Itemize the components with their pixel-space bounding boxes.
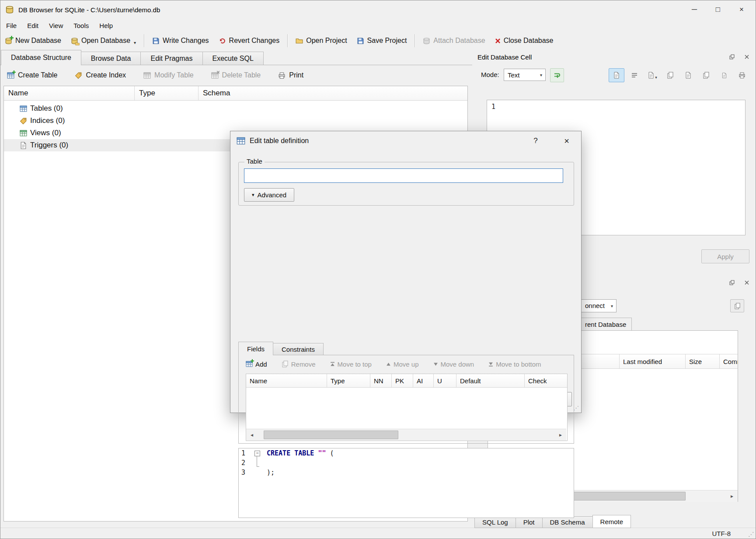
import-button[interactable] <box>680 68 696 82</box>
attach-database-label: Attach Database <box>433 37 485 45</box>
triggers-icon <box>20 142 27 149</box>
scroll-right-button[interactable]: ▸ <box>555 429 566 441</box>
tab-label: rent Database <box>585 321 626 328</box>
tree-header: Name Type Schema <box>4 86 467 101</box>
resize-grip-icon[interactable]: ⋰ <box>748 531 754 538</box>
column-label: NN <box>374 377 383 385</box>
mode-select[interactable]: Text ▾ <box>504 69 546 81</box>
column-header-size[interactable]: Size <box>686 354 720 368</box>
print-button[interactable]: Print <box>278 71 303 79</box>
tab-constraints[interactable]: Constraints <box>273 343 324 355</box>
tab-browse-data[interactable]: Browse Data <box>81 52 141 65</box>
tab-edit-pragmas[interactable]: Edit Pragmas <box>140 52 202 65</box>
menu-help[interactable]: Help <box>94 20 118 31</box>
column-header-check[interactable]: Check <box>525 374 567 387</box>
create-table-button[interactable]: Create Table <box>7 71 57 79</box>
fold-collapse-icon[interactable]: − <box>254 451 260 456</box>
toolbar-separator <box>144 34 144 47</box>
clipboard-menu-button[interactable]: ▾ <box>645 68 660 82</box>
remote-action-button[interactable] <box>730 299 744 312</box>
help-icon: ? <box>533 136 537 145</box>
close-database-button[interactable]: Close Database <box>490 33 558 48</box>
column-header-pk[interactable]: PK <box>392 374 413 387</box>
column-header-schema[interactable]: Schema <box>199 86 467 100</box>
set-null-button[interactable] <box>716 68 732 82</box>
tab-remote[interactable]: Remote <box>592 515 631 528</box>
advanced-button[interactable]: ▾ Advanced <box>244 188 294 202</box>
minimize-icon: ─ <box>692 5 697 14</box>
tab-database-structure[interactable]: Database Structure <box>1 50 81 65</box>
save-project-button[interactable]: Save Project <box>352 33 412 48</box>
dock-float-button[interactable] <box>727 278 737 287</box>
column-header-nn[interactable]: NN <box>370 374 392 387</box>
dock-close-button[interactable] <box>742 278 752 287</box>
dock-close-button[interactable] <box>742 52 752 61</box>
copy-button[interactable] <box>662 68 678 82</box>
open-project-button[interactable]: Open Project <box>291 33 352 48</box>
dialog-titlebar[interactable]: Edit table definition ? × <box>230 131 581 150</box>
remove-icon <box>282 360 289 368</box>
open-database-button[interactable]: Open Database ▾ <box>66 33 141 48</box>
export-button[interactable] <box>698 68 714 82</box>
column-header-type[interactable]: Type <box>135 86 199 100</box>
column-header-ai[interactable]: AI <box>413 374 434 387</box>
dialog-help-button[interactable]: ? <box>526 131 545 150</box>
encoding-indicator[interactable]: UTF-8 <box>712 530 731 537</box>
tree-row-indices[interactable]: Indices (0) <box>4 115 467 127</box>
column-label: Last modified <box>623 358 662 365</box>
remove-label: Remove <box>291 360 316 368</box>
scroll-right-button[interactable]: ▸ <box>726 490 738 502</box>
column-header-commit[interactable]: Comm <box>720 354 738 368</box>
maximize-button[interactable]: □ <box>706 0 730 19</box>
titlebar: DB Browser for SQLite - C:\Users\turne\d… <box>0 0 756 19</box>
add-field-button[interactable]: Add <box>246 360 267 368</box>
column-header-name[interactable]: Name <box>4 86 135 100</box>
tab-db-schema[interactable]: DB Schema <box>542 516 593 528</box>
list-view-button[interactable] <box>627 68 642 82</box>
move-to-bottom-button: Move to bottom <box>488 360 541 368</box>
table-name-input[interactable] <box>244 168 563 183</box>
dock-float-button[interactable] <box>727 52 737 61</box>
tab-label: Browse Data <box>91 55 131 63</box>
dialog-tabbar: Fields Constraints <box>238 342 323 355</box>
toolbar-separator <box>287 34 288 47</box>
dialog-close-button[interactable]: × <box>556 131 578 150</box>
scrollbar-thumb[interactable] <box>264 430 398 439</box>
menu-edit[interactable]: Edit <box>22 20 44 31</box>
column-header-default[interactable]: Default <box>456 374 525 387</box>
float-icon <box>729 280 735 285</box>
column-header-name[interactable]: Name <box>246 374 327 387</box>
column-header-last-modified[interactable]: Last modified <box>620 354 686 368</box>
revert-changes-button[interactable]: Revert Changes <box>214 33 285 48</box>
menu-file[interactable]: File <box>1 20 22 31</box>
move-to-bottom-icon <box>488 362 493 367</box>
write-changes-button[interactable]: Write Changes <box>147 33 214 48</box>
print-cell-button[interactable] <box>734 68 750 82</box>
remote-action-icon <box>734 303 741 309</box>
open-database-dropdown-icon[interactable]: ▾ <box>134 40 136 45</box>
fields-grid: Name Type NN PK AI U Default Check ◂ ▸ <box>246 374 568 441</box>
auto-mode-button[interactable] <box>550 68 564 82</box>
column-header-u[interactable]: U <box>434 374 456 387</box>
menu-tools[interactable]: Tools <box>68 20 94 31</box>
menu-view[interactable]: View <box>44 20 68 31</box>
minimize-button[interactable]: ─ <box>683 0 706 19</box>
scroll-left-button[interactable]: ◂ <box>246 429 258 441</box>
close-button[interactable]: × <box>730 0 753 19</box>
fields-horizontal-scrollbar[interactable]: ◂ ▸ <box>246 429 566 441</box>
mode-select-caret-icon: ▾ <box>540 73 542 77</box>
tab-plot[interactable]: Plot <box>516 516 543 528</box>
tree-row-tables[interactable]: Tables (0) <box>4 102 467 115</box>
text-view-button[interactable] <box>609 68 624 82</box>
create-index-button[interactable]: Create Index <box>75 71 126 79</box>
window-controls: ─ □ × <box>683 0 753 19</box>
move-to-top-icon <box>330 362 335 367</box>
tab-sql-log[interactable]: SQL Log <box>474 516 516 528</box>
toolbar-separator <box>415 34 415 47</box>
column-header-type[interactable]: Type <box>327 374 370 387</box>
add-label: Add <box>255 360 267 368</box>
tab-execute-sql[interactable]: Execute SQL <box>202 52 264 65</box>
tab-fields[interactable]: Fields <box>238 342 273 355</box>
new-database-button[interactable]: New Database <box>0 33 66 48</box>
mode-label: Mode: <box>481 71 499 78</box>
